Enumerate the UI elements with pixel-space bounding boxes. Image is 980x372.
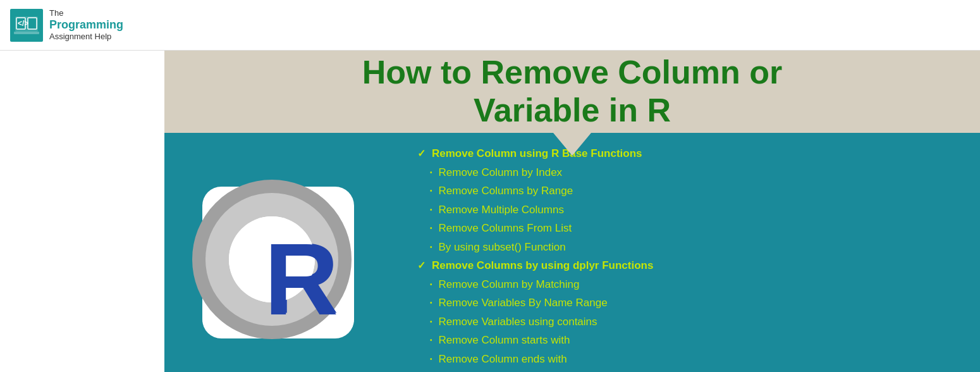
title-line2: Variable in R: [362, 92, 782, 130]
svg-rect-4: [14, 32, 39, 34]
sub-label-2-4: Remove Column starts with: [439, 332, 570, 349]
section2-header: ✓ Remove Columns by using dplyr Function…: [417, 257, 967, 274]
sub-item-2-3: • Remove Variables using contains: [417, 314, 967, 330]
sub-item-1-1: • Remove Column by Index: [417, 164, 967, 181]
logo-icon: </>: [10, 9, 43, 42]
bullet-2-5: •: [430, 354, 432, 364]
title-line1: How to Remove Column or: [362, 54, 782, 92]
bullet-1-3: •: [430, 205, 432, 214]
hero: How to Remove Column or Variable in R: [164, 51, 980, 372]
header: </> The Programming Assignment Help: [0, 0, 980, 51]
sub-label-1-4: Remove Columns From List: [439, 220, 572, 237]
sub-label-2-1: Remove Column by Matching: [439, 276, 580, 293]
sub-item-1-2: • Remove Columns by Range: [417, 183, 967, 199]
bullet-2-4: •: [430, 335, 432, 345]
svg-text:R: R: [264, 221, 338, 336]
sub-item-2-1: • Remove Column by Matching: [417, 276, 967, 293]
logo-programming: Programming: [49, 18, 123, 32]
svg-rect-2: [28, 18, 37, 29]
sub-label-2-6: Remove Columns if it exists: [439, 369, 572, 372]
section1-header: ✓ Remove Column using R Base Functions: [417, 146, 967, 162]
sub-item-2-2: • Remove Variables By Name Range: [417, 295, 967, 311]
sub-label-1-1: Remove Column by Index: [439, 164, 563, 181]
logo-the: The: [49, 8, 123, 18]
sub-item-1-3: • Remove Multiple Columns: [417, 202, 967, 218]
menu-area: ✓ Remove Column using R Base Functions •…: [392, 133, 980, 372]
left-space: [0, 51, 164, 372]
triangle-pointer: [553, 133, 591, 156]
svg-text:</>: </>: [18, 19, 28, 28]
check-icon-2: ✓: [417, 258, 426, 273]
bullet-2-2: •: [430, 298, 432, 307]
bullet-1-2: •: [430, 186, 432, 195]
r-logo-area: R R: [164, 133, 392, 372]
title-banner: How to Remove Column or Variable in R: [164, 51, 980, 133]
logo-assignment: Assignment Help: [49, 32, 123, 42]
r-logo-svg: R R: [183, 168, 373, 357]
bottom-area: R R ✓ Remove Column using R Base Functio…: [164, 133, 980, 372]
logo-box: </> The Programming Assignment Help: [10, 8, 123, 42]
bullet-1-1: •: [430, 168, 432, 177]
section1-label: Remove Column using R Base Functions: [432, 146, 642, 162]
bullet-2-1: •: [430, 280, 432, 289]
bullet-1-5: •: [430, 242, 432, 252]
sub-label-2-2: Remove Variables By Name Range: [439, 295, 608, 311]
bullet-2-3: •: [430, 317, 432, 326]
sub-label-2-3: Remove Variables using contains: [439, 314, 597, 330]
section2-label: Remove Columns by using dplyr Functions: [432, 257, 653, 274]
sub-item-1-4: • Remove Columns From List: [417, 220, 967, 237]
sub-item-2-5: • Remove Column ends with: [417, 351, 967, 368]
sub-item-2-4: • Remove Column starts with: [417, 332, 967, 349]
main-content: How to Remove Column or Variable in R: [0, 51, 980, 372]
check-icon-1: ✓: [417, 146, 426, 161]
sub-item-1-5: • By using subset() Function: [417, 239, 967, 256]
sub-label-2-5: Remove Column ends with: [439, 351, 567, 368]
title-text: How to Remove Column or Variable in R: [362, 54, 782, 130]
bullet-1-4: •: [430, 223, 432, 233]
sub-label-1-2: Remove Columns by Range: [439, 183, 573, 199]
sub-item-2-6: • Remove Columns if it exists: [417, 369, 967, 372]
logo-text: The Programming Assignment Help: [49, 8, 123, 42]
sub-label-1-5: By using subset() Function: [439, 239, 566, 256]
sub-label-1-3: Remove Multiple Columns: [439, 202, 564, 218]
